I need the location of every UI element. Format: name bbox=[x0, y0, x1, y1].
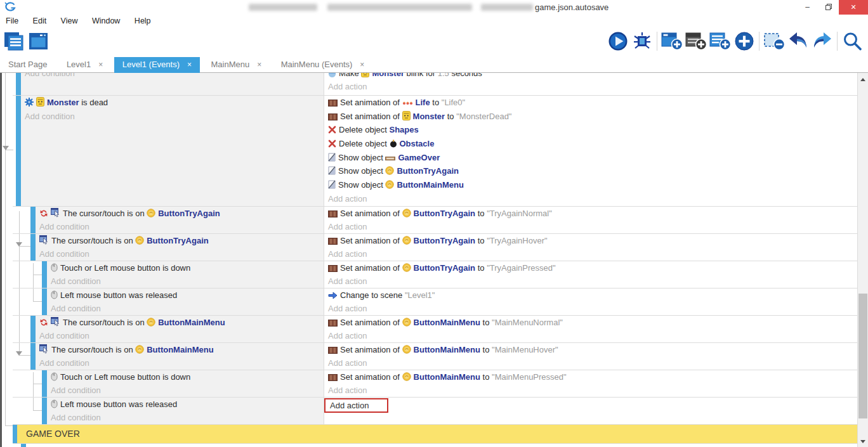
tab-mainmenu[interactable]: MainMenu× bbox=[202, 57, 270, 73]
tab-mainmenu-events[interactable]: MainMenu (Events)× bbox=[273, 57, 373, 73]
event-bar[interactable] bbox=[30, 207, 36, 233]
redo-icon[interactable] bbox=[810, 29, 834, 53]
event-bar[interactable] bbox=[30, 343, 36, 370]
actions-cell[interactable]: Set animation of ButtonTryAgain to "TryA… bbox=[324, 234, 857, 261]
project-manager-icon[interactable] bbox=[3, 29, 27, 53]
add-action[interactable]: Add action bbox=[328, 275, 857, 288]
add-condition[interactable]: Add condition bbox=[39, 247, 324, 261]
action-line[interactable]: Change to scene "Level1" bbox=[328, 288, 857, 302]
add-action-highlighted[interactable]: Add action bbox=[324, 398, 388, 413]
conditions-cell[interactable]: Touch or Left mouse button is downAdd co… bbox=[47, 370, 324, 397]
actions-cell[interactable]: Set animation of ButtonTryAgain to "TryA… bbox=[324, 261, 857, 288]
add-action[interactable]: Add action bbox=[328, 329, 857, 342]
event-bar[interactable] bbox=[30, 316, 36, 342]
condition-line[interactable]: Touch or Left mouse button is down bbox=[51, 370, 324, 384]
condition-line[interactable]: Touch or Left mouse button is down bbox=[51, 261, 324, 275]
comment-row[interactable]: GAME OVER bbox=[13, 425, 857, 444]
action-line[interactable]: Set animation of ButtonMainMenu to "Main… bbox=[328, 343, 857, 356]
condition-line[interactable]: The cursor/touch is on ButtonMainMenu bbox=[39, 343, 324, 356]
close-tab-icon[interactable]: × bbox=[98, 60, 103, 69]
event-bar[interactable] bbox=[42, 261, 47, 288]
actions-cell[interactable]: Change to scene "Level1"Add action bbox=[324, 288, 857, 315]
action-line[interactable]: Set animation of ButtonTryAgain to "TryA… bbox=[328, 207, 857, 220]
add-condition[interactable]: Add condition bbox=[25, 73, 324, 80]
add-condition[interactable]: Add condition bbox=[51, 275, 324, 288]
add-action[interactable]: Add action bbox=[328, 192, 857, 206]
action-line[interactable]: Show object ButtonMainMenu bbox=[328, 178, 857, 192]
search-icon[interactable] bbox=[840, 29, 864, 53]
event-bar[interactable] bbox=[16, 96, 21, 206]
event-bar[interactable] bbox=[42, 370, 47, 397]
start-page-icon[interactable] bbox=[27, 29, 51, 53]
add-action[interactable]: Add action bbox=[328, 302, 857, 315]
condition-line[interactable]: The cursor/touch is on ButtonMainMenu bbox=[39, 316, 324, 329]
action-line[interactable]: Set animation of ButtonTryAgain to "TryA… bbox=[328, 234, 857, 247]
scroll-down-icon[interactable] bbox=[860, 440, 865, 443]
restore-button[interactable] bbox=[818, 0, 839, 15]
actions-cell[interactable]: Add action bbox=[324, 398, 857, 424]
add-action[interactable]: Add action bbox=[328, 220, 857, 233]
conditions-cell[interactable]: The cursor/touch is on ButtonTryAgainAdd… bbox=[36, 234, 324, 261]
add-builtin-icon[interactable] bbox=[732, 29, 756, 53]
menu-file[interactable]: File bbox=[0, 15, 24, 25]
event-bar[interactable] bbox=[16, 73, 21, 95]
scroll-up-icon[interactable] bbox=[860, 78, 865, 81]
close-tab-icon[interactable]: × bbox=[187, 60, 192, 69]
actions-cell[interactable]: Make Monster blink for 1.5 secondsAdd ac… bbox=[324, 73, 857, 95]
add-condition[interactable]: Add condition bbox=[51, 411, 324, 424]
add-event-icon[interactable] bbox=[660, 29, 684, 53]
debug-icon[interactable] bbox=[630, 29, 654, 53]
action-line[interactable]: Set animation of Life to "Life0" bbox=[328, 96, 857, 110]
condition-line[interactable]: Left mouse button was released bbox=[51, 398, 324, 411]
add-condition[interactable]: Add condition bbox=[39, 220, 324, 233]
condition-line[interactable]: The cursor/touch is on ButtonTryAgain bbox=[39, 207, 324, 220]
actions-cell[interactable]: Set animation of ButtonMainMenu to "Main… bbox=[324, 370, 857, 397]
menu-view[interactable]: View bbox=[55, 15, 84, 25]
action-line[interactable]: Show object GameOver bbox=[328, 151, 857, 165]
event-bar[interactable] bbox=[30, 234, 36, 261]
condition-line[interactable]: The cursor/touch is on ButtonTryAgain bbox=[39, 234, 324, 247]
add-subevent-icon[interactable] bbox=[684, 29, 708, 53]
event-bar[interactable] bbox=[42, 398, 47, 424]
event-bar[interactable] bbox=[42, 288, 47, 315]
condition-line[interactable]: Monster is dead bbox=[25, 96, 324, 110]
action-line[interactable]: Make Monster blink for 1.5 seconds bbox=[328, 73, 857, 80]
conditions-cell[interactable]: Add condition bbox=[21, 73, 324, 95]
actions-cell[interactable]: Set animation of Life to "Life0"Set anim… bbox=[324, 96, 857, 206]
action-line[interactable]: Show object ButtonTryAgain bbox=[328, 164, 857, 178]
action-line[interactable]: Set animation of ButtonTryAgain to "TryA… bbox=[328, 261, 857, 275]
add-condition[interactable]: Add condition bbox=[51, 302, 324, 315]
add-condition[interactable]: Add condition bbox=[25, 110, 324, 124]
add-action[interactable]: Add action bbox=[328, 356, 857, 370]
action-line[interactable]: Set animation of ButtonMainMenu to "Main… bbox=[328, 370, 857, 384]
conditions-cell[interactable]: The cursor/touch is on ButtonTryAgainAdd… bbox=[36, 207, 324, 233]
action-line[interactable]: Set animation of ButtonMainMenu to "Main… bbox=[328, 316, 857, 329]
add-action[interactable]: Add action bbox=[328, 384, 857, 397]
minimize-button[interactable]: – bbox=[797, 0, 818, 15]
tab-start-page[interactable]: Start Page bbox=[0, 57, 55, 73]
menu-edit[interactable]: Edit bbox=[27, 15, 53, 25]
conditions-cell[interactable]: The cursor/touch is on ButtonMainMenuAdd… bbox=[36, 316, 324, 342]
add-condition[interactable]: Add condition bbox=[51, 384, 324, 397]
tab-level1[interactable]: Level1× bbox=[58, 57, 111, 73]
add-comment-icon[interactable] bbox=[708, 29, 732, 53]
close-tab-icon[interactable]: × bbox=[360, 60, 364, 69]
actions-cell[interactable]: Set animation of ButtonTryAgain to "TryA… bbox=[324, 207, 857, 233]
actions-cell[interactable]: Set animation of ButtonMainMenu to "Main… bbox=[324, 316, 857, 342]
close-tab-icon[interactable]: × bbox=[257, 60, 261, 69]
conditions-cell[interactable]: Monster is deadAdd condition bbox=[21, 96, 324, 206]
vertical-scrollbar[interactable] bbox=[857, 73, 868, 447]
add-condition[interactable]: Add condition bbox=[39, 356, 324, 370]
play-icon[interactable] bbox=[606, 29, 630, 53]
scrollbar-thumb[interactable] bbox=[858, 294, 867, 418]
condition-line[interactable]: Left mouse button was released bbox=[51, 288, 324, 302]
conditions-cell[interactable]: Touch or Left mouse button is downAdd co… bbox=[47, 261, 324, 288]
action-line[interactable]: Set animation of Monster to "MonsterDead… bbox=[328, 110, 857, 124]
conditions-cell[interactable]: Left mouse button was releasedAdd condit… bbox=[47, 288, 324, 315]
conditions-cell[interactable]: Left mouse button was releasedAdd condit… bbox=[47, 398, 324, 424]
tab-level1-events[interactable]: Level1 (Events)× bbox=[114, 57, 200, 73]
add-condition[interactable]: Add condition bbox=[39, 329, 324, 342]
undo-icon[interactable] bbox=[786, 29, 810, 53]
action-line[interactable]: Delete object Shapes bbox=[328, 123, 857, 137]
conditions-cell[interactable]: The cursor/touch is on ButtonMainMenuAdd… bbox=[36, 343, 324, 370]
